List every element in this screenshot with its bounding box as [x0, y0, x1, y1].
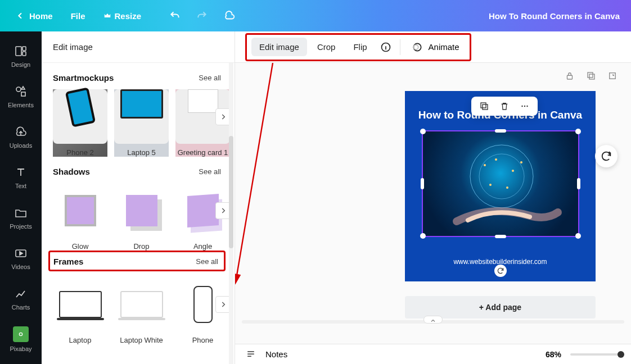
svg-point-8 [413, 43, 421, 51]
svg-point-3 [16, 87, 21, 92]
resize-handle-tr[interactable] [575, 129, 581, 134]
top-bar: Home File Resize How To Round Corners in… [0, 0, 631, 31]
home-label: Home [29, 11, 53, 21]
selected-image[interactable] [422, 130, 579, 237]
svg-rect-14 [610, 73, 616, 79]
resize-handle-top[interactable] [495, 129, 506, 133]
section-smartmockups-title: Smartmockups [53, 73, 114, 83]
svg-point-19 [512, 170, 514, 172]
cloud-save-button[interactable] [218, 5, 241, 26]
elements-icon [14, 85, 28, 98]
element-toolbar [471, 97, 538, 116]
zoom-slider-thumb[interactable] [618, 351, 624, 358]
smartmockup-laptop-5[interactable]: Laptop 5 [114, 89, 169, 157]
chevron-right-icon [219, 113, 227, 121]
lock-icon[interactable] [565, 71, 575, 81]
globe-image [423, 131, 580, 238]
svg-rect-13 [589, 74, 594, 79]
nav-text[interactable]: Text [0, 157, 42, 198]
home-button[interactable]: Home [9, 7, 60, 25]
resize-menu[interactable]: Resize [97, 7, 148, 25]
edit-image-button[interactable]: Edit image [251, 38, 307, 56]
resize-handle-bl[interactable] [420, 233, 426, 239]
svg-point-6 [19, 333, 22, 335]
notes-icon[interactable] [245, 349, 256, 360]
nav-design[interactable]: Design [0, 36, 42, 76]
canvas-area: Edit image Crop Flip Animate [235, 31, 631, 364]
canvas-page[interactable]: How to Round Corners in Canva [405, 91, 596, 281]
thumb-label: Angle [193, 242, 212, 251]
panel-scrollbar[interactable] [229, 63, 233, 364]
svg-rect-12 [588, 72, 593, 78]
zoom-slider[interactable] [570, 353, 621, 356]
copy-icon[interactable] [479, 101, 489, 111]
cloud-icon [223, 10, 236, 22]
shadows-see-all[interactable]: See all [199, 167, 221, 176]
resize-label: Resize [115, 11, 142, 21]
export-icon[interactable] [607, 71, 618, 81]
canvas-tools [565, 71, 618, 81]
frame-laptop-white[interactable]: Laptop White [114, 277, 169, 344]
duplicate-page-icon[interactable] [586, 71, 596, 81]
more-icon[interactable] [520, 101, 530, 111]
nav-elements[interactable]: Elements [0, 76, 42, 117]
smartmockup-phone-2[interactable]: Phone 2 [53, 89, 107, 157]
redo-button[interactable] [191, 6, 213, 26]
animate-button[interactable]: Animate [406, 37, 465, 57]
video-icon [14, 247, 28, 260]
svg-point-15 [470, 145, 533, 208]
nav-pixabay[interactable]: Pixabay [0, 319, 42, 360]
frame-laptop[interactable]: Laptop [53, 277, 107, 344]
resize-handle-right[interactable] [577, 178, 580, 189]
refresh-badge[interactable] [494, 265, 507, 277]
shadow-glow[interactable]: Glow [53, 183, 107, 251]
zoom-value[interactable]: 68% [546, 350, 561, 359]
svg-point-25 [521, 106, 522, 107]
resize-handle-tl[interactable] [420, 129, 426, 134]
chevron-right-icon [219, 207, 227, 215]
notes-label[interactable]: Notes [265, 349, 287, 359]
thumb-label: Greeting card 1 [178, 148, 228, 157]
resize-handle-left[interactable] [421, 178, 424, 189]
svg-point-26 [524, 106, 525, 107]
nav-charts[interactable]: Charts [0, 279, 42, 319]
panel-scroll[interactable]: Smartmockups See all Phone 2 Laptop 5 Gr… [42, 63, 235, 364]
svg-point-9 [413, 44, 418, 49]
frames-see-all[interactable]: See all [196, 257, 218, 266]
nav-projects[interactable]: Projects [0, 198, 42, 238]
undo-button[interactable] [164, 6, 186, 26]
animate-label: Animate [429, 42, 459, 52]
document-title[interactable]: How To Round Corners in Canva [489, 11, 622, 21]
resize-handle-br[interactable] [575, 233, 581, 239]
crop-button[interactable]: Crop [309, 38, 344, 56]
canvas-body[interactable]: How to Round Corners in Canva [235, 63, 631, 344]
svg-rect-11 [567, 75, 573, 79]
info-button[interactable] [377, 39, 394, 56]
add-page-button[interactable]: + Add page [405, 296, 596, 319]
thumb-label: Laptop 5 [127, 148, 156, 157]
shadow-drop[interactable]: Drop [114, 183, 169, 251]
svg-point-22 [520, 161, 522, 163]
refresh-plus-icon [600, 150, 612, 162]
regenerate-button[interactable] [595, 145, 618, 167]
file-menu[interactable]: File [64, 7, 92, 25]
scroll-nub[interactable] [423, 316, 443, 324]
section-shadows-title: Shadows [53, 167, 90, 176]
chevron-up-icon [430, 317, 436, 324]
svg-rect-2 [22, 52, 26, 56]
svg-rect-24 [483, 104, 488, 110]
svg-point-20 [506, 186, 508, 189]
nav-uploads-label: Uploads [10, 142, 32, 149]
frames-highlight-box: Frames See all [48, 251, 226, 271]
horizontal-scroll[interactable] [235, 318, 631, 326]
nav-videos-label: Videos [11, 263, 30, 270]
svg-point-18 [495, 158, 497, 161]
flip-button[interactable]: Flip [345, 38, 375, 56]
panel-header: Edit image [42, 31, 235, 63]
trash-icon[interactable] [499, 101, 510, 111]
resize-handle-bottom[interactable] [495, 235, 506, 238]
uploads-icon [14, 125, 28, 139]
smartmockups-see-all[interactable]: See all [199, 74, 221, 82]
nav-videos[interactable]: Videos [0, 238, 42, 279]
nav-uploads[interactable]: Uploads [0, 117, 42, 157]
